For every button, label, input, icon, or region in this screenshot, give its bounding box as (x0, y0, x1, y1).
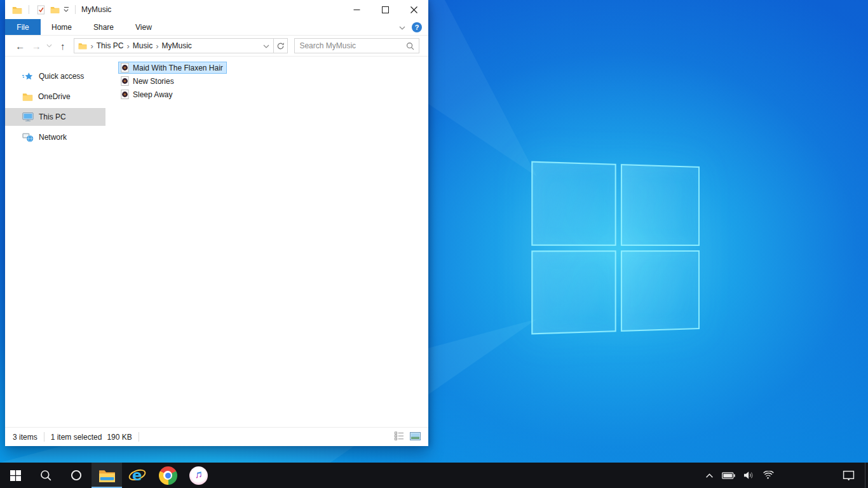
sidebar-item-label: OneDrive (38, 92, 71, 101)
chrome-icon (159, 466, 177, 485)
app-folder-icon (10, 3, 24, 17)
svg-text:e: e (132, 467, 142, 484)
sidebar-item-label: Quick access (39, 72, 84, 81)
start-button[interactable] (0, 463, 31, 488)
refresh-button[interactable] (274, 38, 288, 53)
divider (29, 5, 29, 14)
folder-icon (78, 42, 87, 50)
battery-icon[interactable] (722, 472, 735, 479)
close-button[interactable] (400, 0, 428, 19)
titlebar[interactable]: MyMusic (5, 0, 428, 19)
selection-size: 190 KB (107, 433, 132, 442)
folder-icon (22, 92, 33, 101)
file-name: New Stories (133, 77, 174, 86)
search-input[interactable] (299, 41, 406, 50)
forward-button[interactable]: → (29, 38, 44, 53)
item-count: 3 items (13, 433, 37, 442)
customize-quick-access-toolbar-icon[interactable] (62, 3, 71, 17)
desktop: MyMusic File Home Share View (0, 0, 868, 488)
breadcrumb-separator: › (90, 41, 93, 51)
selection-count: 1 item selected (51, 433, 102, 442)
explorer-main: Quick access OneDrive This PC Network (5, 57, 428, 427)
internet-explorer-icon: e (128, 466, 146, 484)
windows-logo-pane (531, 250, 616, 335)
breadcrumb-mymusic[interactable]: MyMusic (161, 41, 191, 50)
file-explorer-window: MyMusic File Home Share View (5, 0, 428, 446)
search-box[interactable] (294, 38, 419, 53)
expand-ribbon-chevron-icon[interactable] (399, 23, 405, 32)
address-bar[interactable]: › This PC › Music › MyMusic (74, 38, 274, 53)
taskbar-search-button[interactable] (31, 463, 61, 488)
divider (139, 432, 139, 442)
thumbnail-view-icon[interactable] (410, 432, 421, 442)
sidebar-item-quick-access[interactable]: Quick access (5, 67, 105, 85)
action-center-icon[interactable] (837, 463, 859, 488)
music-file-icon (120, 63, 130, 72)
file-item[interactable]: Sleep Away (118, 88, 177, 100)
file-name: Sleep Away (133, 90, 173, 99)
taskbar: e (0, 463, 868, 488)
window-controls (342, 0, 428, 19)
window-title: MyMusic (81, 5, 111, 14)
properties-icon[interactable] (34, 3, 48, 17)
windows-logo (531, 161, 700, 335)
windows-logo-pane (620, 164, 700, 245)
file-list: Maid With The Flaxen Hair New Stories Sl… (105, 57, 428, 427)
taskbar-internet-explorer-button[interactable]: e (122, 463, 153, 488)
sidebar-item-this-pc[interactable]: This PC (5, 108, 105, 126)
recent-locations-chevron-icon[interactable] (45, 38, 54, 53)
file-item[interactable]: New Stories (118, 75, 178, 87)
minimize-button[interactable] (342, 0, 371, 19)
sidebar-item-network[interactable]: Network (5, 128, 105, 146)
file-name: Maid With The Flaxen Hair (133, 64, 223, 72)
breadcrumb-music[interactable]: Music (133, 41, 153, 50)
file-explorer-icon (98, 468, 116, 483)
search-icon[interactable] (406, 42, 414, 50)
new-folder-icon[interactable] (48, 3, 62, 17)
back-button[interactable]: ← (13, 38, 28, 53)
tab-share[interactable]: Share (83, 19, 125, 35)
show-desktop-button[interactable] (865, 463, 868, 488)
maximize-button[interactable] (371, 0, 400, 19)
tab-home[interactable]: Home (41, 19, 83, 35)
address-dropdown-chevron-icon[interactable] (263, 41, 269, 50)
cortana-circle-icon (71, 470, 82, 481)
up-button[interactable]: ↑ (55, 38, 71, 53)
tab-view[interactable]: View (125, 19, 163, 35)
taskbar-file-explorer-button[interactable] (92, 463, 122, 488)
itunes-icon (189, 466, 208, 485)
help-icon[interactable]: ? (412, 22, 422, 32)
sidebar-item-onedrive[interactable]: OneDrive (5, 88, 105, 105)
ribbon-tab-bar: File Home Share View ? (5, 19, 428, 36)
breadcrumb-separator: › (126, 41, 129, 51)
hidden-icons-chevron-icon[interactable] (705, 473, 714, 478)
taskbar-chrome-button[interactable] (153, 463, 183, 488)
wifi-icon[interactable] (763, 471, 774, 480)
volume-icon[interactable] (743, 471, 754, 480)
network-icon (22, 133, 34, 142)
sidebar-item-label: This PC (39, 112, 66, 121)
divider (44, 432, 44, 442)
system-tray (705, 463, 774, 488)
cortana-button[interactable] (61, 463, 92, 488)
details-view-icon[interactable] (395, 431, 404, 442)
sidebar-item-label: Network (39, 133, 67, 142)
windows-logo-pane (620, 250, 700, 332)
taskbar-itunes-button[interactable] (183, 463, 214, 488)
divider (75, 5, 76, 14)
windows-logo-pane (531, 161, 616, 246)
music-file-icon (120, 90, 130, 99)
music-file-icon (120, 76, 130, 86)
windows-start-icon (10, 470, 21, 481)
quick-access-star-icon (22, 72, 34, 81)
status-bar: 3 items 1 item selected 190 KB (5, 427, 428, 446)
navigation-pane: Quick access OneDrive This PC Network (5, 57, 105, 427)
tab-file[interactable]: File (5, 19, 41, 35)
navigation-bar: ← → ↑ › This PC › Music › MyMusic (5, 36, 428, 57)
this-pc-monitor-icon (22, 112, 34, 122)
file-item[interactable]: Maid With The Flaxen Hair (118, 62, 227, 74)
breadcrumb-separator: › (156, 41, 158, 51)
breadcrumb-this-pc[interactable]: This PC (97, 41, 124, 50)
search-icon (40, 470, 51, 481)
